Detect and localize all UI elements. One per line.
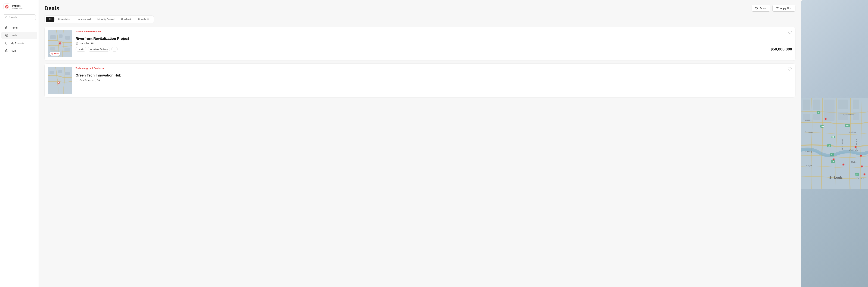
- svg-text:Clayton: Clayton: [806, 165, 812, 167]
- svg-text:180: 180: [821, 125, 824, 128]
- svg-point-92: [833, 158, 835, 160]
- svg-rect-29: [64, 48, 70, 51]
- sidebar-item-deals[interactable]: Deals: [1, 32, 37, 39]
- svg-text:203: 203: [856, 174, 859, 176]
- sidebar-item-my-projects[interactable]: My Projects: [1, 39, 37, 47]
- svg-rect-46: [824, 100, 835, 121]
- deal-info-1: Mixed-use development Riverfront Revital…: [75, 30, 792, 57]
- heart-outline-icon-2: [788, 67, 792, 71]
- new-label: New: [54, 52, 59, 55]
- deal-header-1: Mixed-use development: [75, 30, 792, 35]
- save-deal-2-button[interactable]: [787, 67, 792, 72]
- svg-text:MISSOURI: MISSOURI: [841, 139, 844, 150]
- logo-area: Impact Marketplace: [0, 3, 38, 14]
- svg-rect-47: [838, 100, 848, 109]
- map-panel: St. Louis Ferguson Florissant Spanish La…: [801, 0, 868, 287]
- svg-rect-52: [853, 112, 859, 120]
- deals-list: New Mixed-use development Riverfront Rev…: [44, 27, 796, 98]
- svg-point-33: [76, 43, 77, 44]
- page-title: Deals: [44, 5, 59, 11]
- deal-location-text-2: San Francisco, CA: [80, 79, 100, 82]
- main-content: Deals Saved Apply filter All Non-Metro U…: [39, 0, 801, 287]
- tab-for-profit[interactable]: For-Profit: [118, 17, 134, 22]
- svg-text:70: 70: [828, 145, 830, 147]
- svg-point-94: [843, 164, 844, 166]
- svg-point-86: [860, 155, 862, 157]
- deal-location-1: Memphis, TN: [75, 42, 792, 45]
- home-icon: [5, 26, 8, 29]
- svg-text:67: 67: [817, 111, 820, 113]
- svg-text:Jennings: Jennings: [848, 131, 856, 133]
- svg-text:Madison: Madison: [851, 161, 858, 163]
- deal-footer-1: Health Workforce Training +1 $50,000,000: [75, 47, 792, 51]
- deal-name-1: Riverfront Revitalization Project: [75, 37, 792, 41]
- svg-point-2: [6, 6, 7, 6]
- svg-text:115: 115: [831, 161, 834, 163]
- svg-point-10: [6, 35, 7, 36]
- svg-point-42: [76, 80, 77, 80]
- deal-location-text-1: Memphis, TN: [80, 42, 94, 45]
- saved-label: Saved: [760, 7, 767, 10]
- svg-rect-15: [5, 42, 8, 44]
- svg-point-84: [855, 146, 857, 148]
- deal-card-2: Technology and Business Green Tech Innov…: [44, 64, 796, 98]
- map-container: St. Louis Ferguson Florissant Spanish La…: [801, 0, 868, 287]
- deal-header-2: Technology and Business: [75, 67, 792, 72]
- svg-rect-25: [51, 35, 56, 39]
- app-subtitle: Marketplace: [12, 7, 23, 9]
- svg-rect-28: [51, 47, 55, 50]
- deal-category-2: Technology and Business: [75, 67, 104, 69]
- sidebar-item-home[interactable]: Home: [1, 24, 37, 31]
- svg-point-32: [60, 43, 61, 44]
- sidebar-item-deals-label: Deals: [10, 34, 17, 37]
- deal-location-2: San Francisco, CA: [75, 79, 792, 82]
- svg-text:115: 115: [831, 136, 834, 138]
- svg-text:Spanish Lake: Spanish Lake: [843, 114, 854, 116]
- deal-amount-1: $50,000,000: [771, 47, 792, 51]
- svg-text:Ferguson: Ferguson: [805, 131, 813, 133]
- saved-button[interactable]: Saved: [751, 5, 770, 11]
- apply-filter-button[interactable]: Apply filter: [772, 5, 796, 11]
- svg-rect-36: [50, 71, 55, 74]
- deal-info-2: Technology and Business Green Tech Innov…: [75, 67, 792, 94]
- tag-health: Health: [75, 47, 86, 51]
- header-actions: Saved Apply filter: [751, 5, 796, 11]
- svg-text:St. Louis: St. Louis: [829, 176, 843, 179]
- svg-rect-27: [65, 36, 70, 40]
- sidebar: Impact Marketplace Home: [0, 0, 39, 287]
- svg-rect-38: [65, 72, 70, 75]
- sidebar-item-my-projects-label: My Projects: [10, 42, 24, 45]
- logo-icon: [3, 3, 10, 10]
- tab-minority-owned[interactable]: Minority Owned: [95, 17, 117, 22]
- svg-rect-37: [58, 70, 62, 73]
- page-header: Deals Saved Apply filter: [44, 5, 796, 11]
- search-input[interactable]: [9, 16, 33, 19]
- tag-more-1: +1: [111, 47, 118, 51]
- svg-text:367: 367: [846, 125, 849, 127]
- svg-rect-51: [838, 112, 848, 120]
- faq-icon: [5, 49, 8, 52]
- svg-rect-49: [803, 114, 810, 120]
- new-badge: New: [50, 52, 60, 56]
- svg-text:Florissant: Florissant: [804, 119, 811, 121]
- sidebar-item-faq[interactable]: FAQ: [1, 47, 37, 55]
- svg-text:70: 70: [831, 154, 833, 156]
- tab-all[interactable]: All: [46, 17, 55, 22]
- tab-underserved[interactable]: Underserved: [74, 17, 94, 22]
- svg-point-41: [58, 82, 59, 83]
- svg-rect-26: [59, 34, 63, 38]
- svg-rect-48: [853, 100, 859, 109]
- search-box[interactable]: [3, 14, 36, 21]
- save-deal-1-button[interactable]: [787, 30, 792, 35]
- map-svg: St. Louis Ferguson Florissant Spanish La…: [801, 0, 868, 287]
- tab-non-metro[interactable]: Non-Metro: [56, 17, 73, 22]
- deal-name-2: Green Tech Innovation Hub: [75, 73, 792, 77]
- svg-point-82: [825, 118, 827, 120]
- svg-text:Granite City: Granite City: [848, 149, 858, 151]
- tab-non-profit[interactable]: Non-Profit: [135, 17, 152, 22]
- svg-rect-44: [803, 100, 810, 110]
- nav-items: Home Deals: [0, 24, 38, 55]
- filter-label: Apply filter: [780, 7, 792, 10]
- svg-point-88: [861, 166, 863, 167]
- logo-text: Impact Marketplace: [12, 4, 23, 9]
